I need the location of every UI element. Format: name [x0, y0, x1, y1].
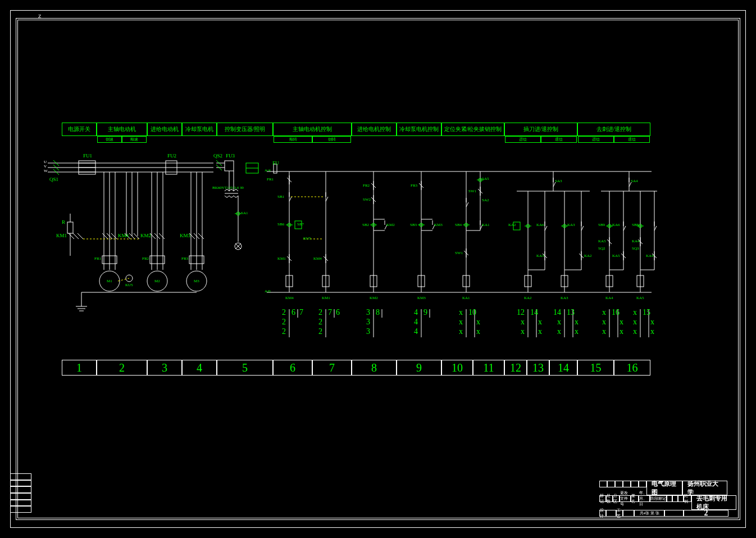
svg-line-34	[102, 233, 108, 239]
svg-rect-65	[225, 161, 234, 171]
svg-line-31	[69, 233, 74, 239]
svg-line-36	[111, 233, 117, 239]
power-section	[48, 160, 258, 311]
svg-line-32	[73, 233, 79, 239]
svg-line-39	[134, 233, 139, 239]
svg-line-33	[78, 233, 83, 239]
control-rungs	[274, 164, 657, 292]
svg-line-45	[198, 233, 204, 239]
schematic-canvas	[0, 0, 756, 538]
svg-line-42	[159, 233, 165, 239]
svg-rect-50	[67, 222, 73, 233]
